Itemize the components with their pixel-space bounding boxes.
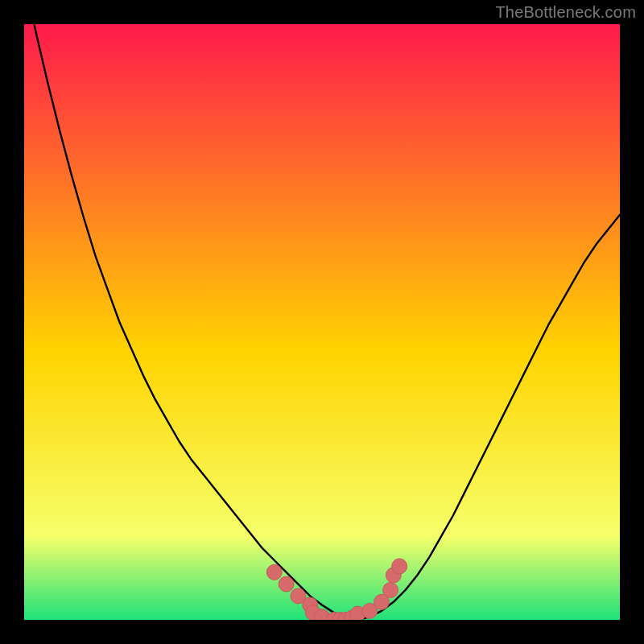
- highlight-marker: [383, 583, 398, 598]
- highlight-marker: [392, 559, 407, 574]
- bottleneck-chart: [24, 24, 620, 620]
- highlight-marker: [279, 576, 294, 592]
- gradient-background: [24, 24, 620, 620]
- watermark-text: TheBottleneck.com: [495, 3, 636, 22]
- highlight-marker: [266, 564, 282, 580]
- chart-stage: TheBottleneck.com: [0, 0, 644, 644]
